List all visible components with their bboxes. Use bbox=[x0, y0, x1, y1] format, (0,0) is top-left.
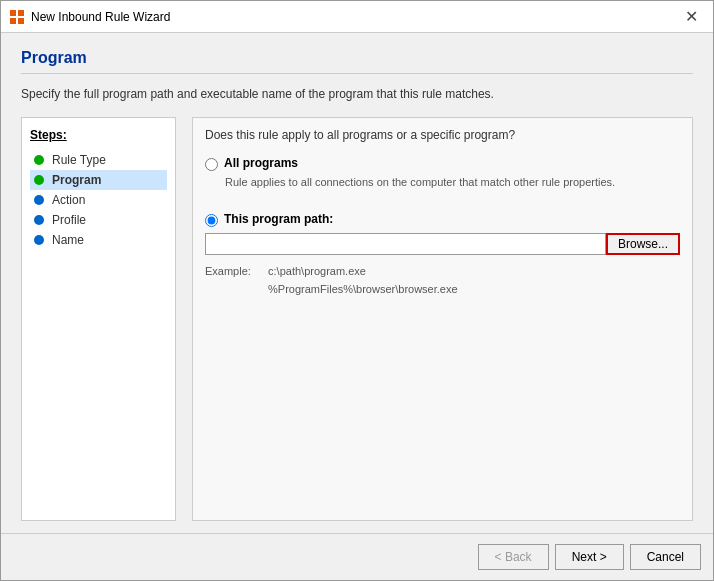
page-description: Specify the full program path and execut… bbox=[21, 86, 693, 103]
close-button[interactable]: ✕ bbox=[677, 5, 705, 29]
sidebar-item-profile: Profile bbox=[30, 210, 167, 230]
page-title: Program bbox=[21, 49, 693, 67]
program-path-input[interactable] bbox=[205, 233, 606, 255]
all-programs-label[interactable]: All programs bbox=[224, 156, 298, 170]
svg-rect-2 bbox=[10, 18, 16, 24]
svg-rect-3 bbox=[18, 18, 24, 24]
svg-rect-1 bbox=[18, 10, 24, 16]
step-dot-rule-type bbox=[34, 155, 44, 165]
all-programs-section: All programs Rule applies to all connect… bbox=[205, 156, 680, 190]
question-text: Does this rule apply to all programs or … bbox=[205, 128, 680, 142]
cancel-button[interactable]: Cancel bbox=[630, 544, 701, 570]
step-dot-action bbox=[34, 195, 44, 205]
all-programs-radio[interactable] bbox=[205, 158, 218, 171]
steps-panel: Steps: Rule Type Program Action Profile bbox=[21, 117, 176, 521]
window-title: New Inbound Rule Wizard bbox=[31, 10, 677, 24]
back-button[interactable]: < Back bbox=[478, 544, 549, 570]
window-icon bbox=[9, 9, 25, 25]
bottom-bar: < Back Next > Cancel bbox=[1, 533, 713, 580]
all-programs-desc: Rule applies to all connections on the c… bbox=[225, 175, 680, 190]
right-panel: Does this rule apply to all programs or … bbox=[192, 117, 693, 521]
steps-label: Steps: bbox=[30, 128, 167, 142]
main-area: Steps: Rule Type Program Action Profile bbox=[21, 117, 693, 521]
sidebar-item-program: Program bbox=[30, 170, 167, 190]
example-line1: c:\path\program.exe bbox=[268, 265, 366, 277]
example-line2: %ProgramFiles%\browser\browser.exe bbox=[268, 283, 458, 295]
this-program-row: This program path: bbox=[205, 212, 680, 227]
path-input-row: Browse... bbox=[205, 233, 680, 255]
wizard-content: Program Specify the full program path an… bbox=[1, 33, 713, 533]
step-label-rule-type: Rule Type bbox=[52, 153, 106, 167]
title-divider bbox=[21, 73, 693, 74]
wizard-window: New Inbound Rule Wizard ✕ Program Specif… bbox=[0, 0, 714, 581]
step-dot-program bbox=[34, 175, 44, 185]
step-dot-name bbox=[34, 235, 44, 245]
step-label-name: Name bbox=[52, 233, 84, 247]
sidebar-item-action: Action bbox=[30, 190, 167, 210]
this-program-radio[interactable] bbox=[205, 214, 218, 227]
titlebar: New Inbound Rule Wizard ✕ bbox=[1, 1, 713, 33]
step-label-action: Action bbox=[52, 193, 85, 207]
step-dot-profile bbox=[34, 215, 44, 225]
svg-rect-0 bbox=[10, 10, 16, 16]
all-programs-row: All programs bbox=[205, 156, 680, 171]
sidebar-item-name: Name bbox=[30, 230, 167, 250]
step-label-program: Program bbox=[52, 173, 101, 187]
program-path-section: This program path: Browse... Example: c:… bbox=[205, 212, 680, 298]
example-text: Example: c:\path\program.exe %ProgramFil… bbox=[205, 263, 680, 298]
next-button[interactable]: Next > bbox=[555, 544, 624, 570]
this-program-label[interactable]: This program path: bbox=[224, 212, 333, 226]
browse-button[interactable]: Browse... bbox=[606, 233, 680, 255]
example-label: Example: bbox=[205, 263, 265, 281]
step-label-profile: Profile bbox=[52, 213, 86, 227]
sidebar-item-rule-type: Rule Type bbox=[30, 150, 167, 170]
